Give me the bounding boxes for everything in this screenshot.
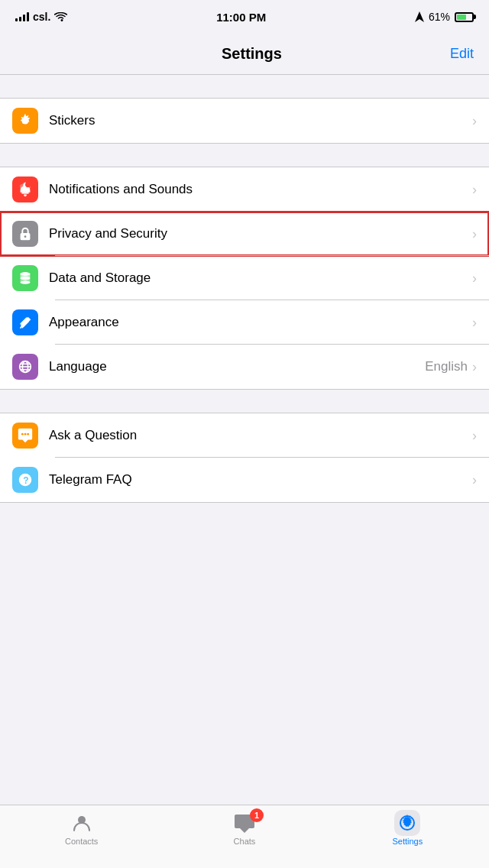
settings-group-stickers: Stickers › (0, 98, 489, 144)
appearance-icon-wrapper (12, 309, 38, 335)
status-left: csl. (15, 11, 67, 23)
stickers-icon-wrapper (12, 108, 38, 134)
language-label: Language (49, 359, 425, 374)
privacy-lock-icon (17, 225, 34, 242)
contacts-icon (71, 812, 92, 834)
settings-icon (397, 813, 417, 833)
data-chevron: › (472, 270, 477, 287)
location-icon (415, 11, 424, 22)
tab-contacts-label: Contacts (65, 837, 98, 846)
tab-chats-label: Chats (234, 837, 256, 846)
appearance-chevron: › (472, 315, 477, 331)
stickers-label: Stickers (49, 113, 472, 128)
settings-group-privacy: Notifications and Sounds › Privacy and S… (0, 167, 489, 390)
settings-row-faq[interactable]: ? Telegram FAQ › (0, 458, 489, 502)
signal-icon (15, 12, 29, 21)
language-icon (17, 358, 34, 375)
data-storage-icon (17, 270, 34, 287)
svg-text:?: ? (23, 475, 28, 486)
settings-content: Stickers › Notifications and (0, 75, 489, 805)
ask-icon (17, 427, 34, 444)
stickers-icon (17, 112, 34, 129)
settings-row-ask[interactable]: Ask a Question › (0, 413, 489, 458)
settings-row-privacy[interactable]: Privacy and Security › (0, 212, 489, 256)
privacy-icon-wrapper (12, 221, 38, 247)
appearance-icon (17, 314, 34, 331)
svg-point-8 (21, 272, 31, 276)
battery-icon (455, 12, 474, 22)
notifications-icon-wrapper (12, 177, 38, 202)
svg-point-21 (27, 433, 29, 436)
language-value: English (425, 359, 468, 374)
svg-point-6 (24, 235, 27, 238)
tab-chats-icon-container: 1 (232, 811, 257, 834)
appearance-label: Appearance (49, 315, 472, 330)
chats-badge: 1 (250, 808, 264, 822)
status-right: 61% (415, 11, 474, 23)
section-gap-bottom (0, 503, 489, 526)
notifications-label: Notifications and Sounds (49, 182, 472, 197)
svg-rect-3 (21, 193, 28, 194)
tab-settings-label: Settings (392, 837, 423, 846)
battery-fill (457, 15, 466, 20)
ask-icon-wrapper (12, 423, 38, 449)
nav-bar: Settings Edit (0, 34, 489, 75)
settings-row-stickers[interactable]: Stickers › (0, 99, 489, 143)
settings-row-data[interactable]: Data and Storage › (0, 256, 489, 300)
privacy-label: Privacy and Security (49, 226, 472, 241)
notifications-chevron: › (472, 182, 477, 198)
svg-point-13 (20, 327, 21, 329)
svg-point-4 (25, 182, 31, 187)
ask-label: Ask a Question (49, 428, 472, 443)
data-label: Data and Storage (49, 270, 472, 286)
tab-settings[interactable]: Settings (326, 811, 489, 846)
svg-point-10 (21, 280, 31, 284)
svg-point-9 (21, 277, 31, 280)
faq-icon: ? (17, 471, 34, 488)
data-icon-wrapper (12, 265, 38, 291)
carrier-name: csl. (33, 11, 50, 23)
edit-button[interactable]: Edit (450, 46, 474, 62)
settings-row-appearance[interactable]: Appearance › (0, 300, 489, 345)
ask-chevron: › (472, 428, 477, 444)
privacy-chevron: › (472, 226, 477, 242)
svg-point-19 (21, 433, 24, 436)
page-title: Settings (222, 45, 282, 63)
status-time: 11:00 PM (216, 11, 266, 24)
tab-settings-icon-container (394, 811, 420, 834)
wifi-icon (54, 12, 67, 22)
tab-contacts-icon-container (69, 811, 95, 834)
battery-percent: 61% (429, 11, 450, 23)
tab-contacts[interactable]: Contacts (0, 811, 163, 846)
stickers-chevron: › (472, 113, 477, 129)
section-gap-top (0, 75, 489, 98)
language-chevron: › (472, 359, 477, 375)
section-gap-3 (0, 390, 489, 413)
faq-label: Telegram FAQ (49, 472, 472, 487)
settings-row-notifications[interactable]: Notifications and Sounds › (0, 167, 489, 212)
settings-row-language[interactable]: Language English › (0, 345, 489, 389)
tab-chats[interactable]: 1 Chats (163, 811, 325, 846)
language-icon-wrapper (12, 354, 38, 380)
faq-chevron: › (472, 472, 477, 488)
status-bar: csl. 11:00 PM 61% (0, 0, 489, 34)
notifications-icon (17, 181, 34, 198)
tab-bar: Contacts 1 Chats Settings (0, 805, 489, 868)
faq-icon-wrapper: ? (12, 467, 38, 493)
section-gap-2 (0, 144, 489, 167)
settings-group-help: Ask a Question › ? Telegram FAQ › (0, 413, 489, 503)
svg-point-20 (24, 433, 27, 436)
